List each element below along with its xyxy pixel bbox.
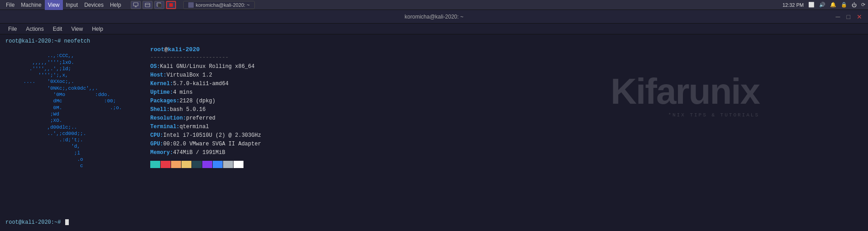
- terminal-content[interactable]: root@kali-2020:~# neofetch ..,:CCC,, ,,,…: [0, 34, 868, 231]
- menu-view[interactable]: View: [45, 0, 63, 10]
- terminal-title-bar: koromicha@kali-2020: ~ ─ □ ✕: [0, 10, 868, 24]
- hostname-machine: kali-2020: [168, 46, 200, 53]
- info-gpu: GPU: 00:02.0 VMware SVGA II Adapter: [150, 140, 261, 148]
- info-shell: Shell: bash 5.0.16: [150, 106, 261, 114]
- palette-color-block: [161, 161, 171, 168]
- color-palette: [150, 161, 261, 168]
- svg-rect-6: [158, 4, 162, 7]
- palette-color-block: [223, 161, 233, 168]
- term-menu-edit[interactable]: Edit: [48, 24, 67, 34]
- term-menu-file[interactable]: File: [4, 24, 21, 34]
- system-clock: 12:32 PM: [782, 2, 804, 8]
- tab-icon: [188, 2, 194, 8]
- palette-color-block: [202, 161, 212, 168]
- info-memory: Memory: 474MiB / 1991MiB: [150, 149, 261, 157]
- info-kernel: Kernel: 5.7.0-kali1-amd64: [150, 80, 261, 88]
- close-button[interactable]: ✕: [855, 13, 863, 20]
- term-menu-help[interactable]: Help: [87, 24, 108, 34]
- palette-color-block: [181, 161, 191, 168]
- separator-line: ------------------------: [150, 54, 261, 61]
- tray-notify-icon[interactable]: 🔔: [830, 2, 836, 8]
- term-menu-view[interactable]: View: [67, 24, 87, 34]
- hostname-line: root@kali-2020: [150, 46, 261, 53]
- tray-volume-icon[interactable]: 🔊: [819, 2, 825, 8]
- hostname-at: @: [164, 46, 168, 53]
- menu-devices[interactable]: Devices: [81, 0, 107, 10]
- terminal-title: koromicha@kali-2020: ~: [405, 14, 463, 20]
- tray-display-icon[interactable]: ⬜: [808, 2, 815, 8]
- palette-color-block: [213, 161, 223, 168]
- term-menu-actions[interactable]: Actions: [21, 24, 48, 34]
- svg-rect-3: [145, 3, 150, 7]
- menu-machine[interactable]: Machine: [18, 0, 44, 10]
- window-tab-title: koromicha@kali-2020: ~: [196, 2, 250, 8]
- hostname-user: root: [150, 46, 164, 53]
- system-bar-left: File Machine View Input Devices Help: [3, 0, 255, 10]
- prompt-text: root@kali-2020:~# neofetch: [5, 38, 90, 44]
- window-tab[interactable]: koromicha@kali-2020: ~: [183, 1, 255, 9]
- minimize-button[interactable]: ─: [835, 13, 842, 20]
- window-icon[interactable]: [143, 1, 153, 9]
- system-bar-menu: File Machine View Input Devices Help: [3, 0, 124, 10]
- terminal-cursor: [65, 219, 69, 225]
- display-icon[interactable]: [131, 1, 141, 9]
- neofetch-output: ..,:CCC,, ,,,,,'''';lxO. .'''',,.',;ld; …: [5, 46, 863, 176]
- svg-rect-0: [134, 3, 138, 6]
- terminal-menu-bar: File Actions Edit View Help: [0, 24, 868, 34]
- info-os: OS: Kali GNU/Linux Rolling x86_64: [150, 63, 261, 71]
- menu-input[interactable]: Input: [63, 0, 81, 10]
- menu-file[interactable]: File: [3, 0, 18, 10]
- info-host: Host: VirtualBox 1.2: [150, 71, 261, 79]
- taskbar-icons: [131, 1, 176, 9]
- maximize-button[interactable]: □: [845, 13, 852, 20]
- info-terminal: Terminal: qterminal: [150, 123, 261, 131]
- info-resolution: Resolution: preferred: [150, 114, 261, 122]
- red-special-icon[interactable]: [166, 1, 176, 9]
- tray-lock-icon[interactable]: 🔒: [841, 2, 847, 8]
- tray-refresh-icon[interactable]: ⟳: [861, 2, 865, 8]
- tray-power-icon[interactable]: ⏻: [852, 2, 857, 8]
- menu-help[interactable]: Help: [107, 0, 124, 10]
- palette-color-block: [150, 161, 160, 168]
- palette-color-block: [171, 161, 181, 168]
- system-bar: File Machine View Input Devices Help: [0, 0, 868, 10]
- ascii-art: ..,:CCC,, ,,,,,'''';lxO. .'''',,.',;ld; …: [5, 46, 137, 176]
- bottom-prompt-text: root@kali-2020:~#: [5, 219, 64, 226]
- command-line: root@kali-2020:~# neofetch: [5, 38, 863, 44]
- info-packages: Packages: 2128 (dpkg): [150, 97, 261, 105]
- svg-rect-7: [169, 3, 173, 7]
- sysinfo: root@kali-2020 ------------------------ …: [150, 46, 261, 176]
- window-title-bar: koromicha@kali-2020: ~: [183, 1, 255, 9]
- system-bar-right: 12:32 PM ⬜ 🔊 🔔 🔒 ⏻ ⟳: [782, 2, 865, 8]
- bottom-prompt: root@kali-2020:~#: [5, 219, 69, 226]
- terminal-window: koromicha@kali-2020: ~ ─ □ ✕ File Action…: [0, 10, 868, 231]
- info-cpu: CPU: Intel i7-10510U (2) @ 2.303GHz: [150, 131, 261, 140]
- terminal-window-controls: ─ □ ✕: [835, 13, 863, 20]
- palette-color-block: [192, 161, 202, 168]
- palette-color-block: [234, 161, 243, 168]
- windowed-icon[interactable]: [154, 1, 164, 9]
- info-uptime: Uptime: 4 mins: [150, 88, 261, 96]
